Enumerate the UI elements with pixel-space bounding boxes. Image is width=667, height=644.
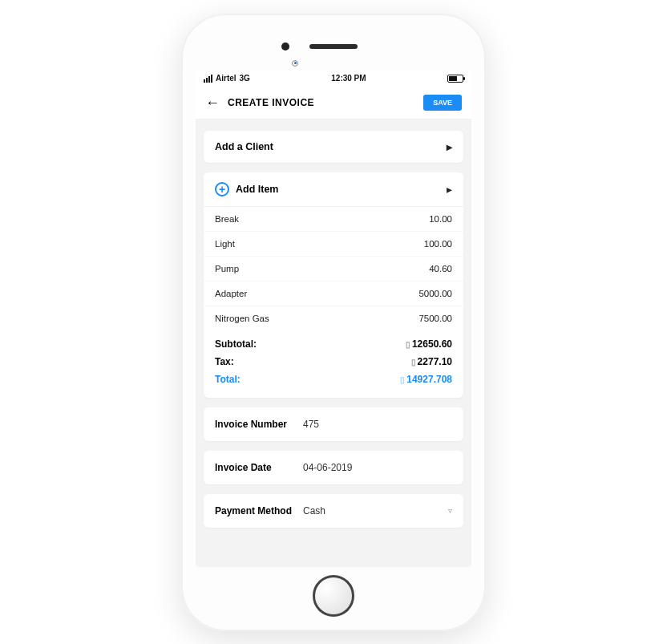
item-name: Adapter <box>215 289 247 298</box>
invoice-date-value: 04-06-2019 <box>303 462 452 473</box>
items-card: + Add Item ▸ Break10.00Light100.00Pump40… <box>204 172 463 398</box>
item-name: Light <box>215 239 235 249</box>
subtotal-label: Subtotal: <box>215 338 257 350</box>
add-client-label: Add a Client <box>215 141 273 152</box>
earpiece <box>309 44 358 49</box>
item-row[interactable]: Light100.00 <box>204 232 463 257</box>
payment-method-label: Payment Method <box>215 505 303 516</box>
tax-value: ▯2277.10 <box>411 356 452 367</box>
total-label: Total: <box>215 374 241 385</box>
app-header: ← CREATE INVOICE SAVE <box>196 87 471 119</box>
battery-icon <box>447 75 463 83</box>
chevron-right-icon: ▸ <box>447 183 452 196</box>
plus-icon: + <box>215 182 229 196</box>
sensor-dot <box>292 60 298 67</box>
status-bar: Airtel 3G 12:30 PM <box>196 70 471 87</box>
add-client-card[interactable]: Add a Client ▸ <box>204 131 463 163</box>
item-price: 10.00 <box>429 214 452 224</box>
item-price: 40.60 <box>429 264 452 273</box>
screen: Airtel 3G 12:30 PM ← CREATE INVOICE SAVE… <box>196 70 471 567</box>
item-row[interactable]: Adapter5000.00 <box>204 281 463 306</box>
signal-icon <box>204 75 212 83</box>
content-scroll[interactable]: Add a Client ▸ + Add Item ▸ Break10.00Li… <box>196 119 471 567</box>
network-label: 3G <box>240 74 250 83</box>
camera-dot <box>281 43 289 51</box>
item-row[interactable]: Nitrogen Gas7500.00 <box>204 306 463 330</box>
invoice-date-card[interactable]: Invoice Date 04-06-2019 <box>204 451 463 484</box>
tax-label: Tax: <box>215 356 234 367</box>
carrier-label: Airtel <box>216 74 236 83</box>
item-price: 5000.00 <box>418 289 452 298</box>
chevron-right-icon: ▸ <box>447 140 452 153</box>
add-item-row[interactable]: + Add Item ▸ <box>204 172 463 207</box>
invoice-number-card[interactable]: Invoice Number 475 <box>204 407 463 441</box>
payment-method-value: Cash <box>303 505 448 516</box>
item-row[interactable]: Break10.00 <box>204 207 463 232</box>
payment-method-card[interactable]: Payment Method Cash ▿ <box>204 494 463 528</box>
item-name: Pump <box>215 264 239 273</box>
subtotal-value: ▯12650.60 <box>406 338 452 350</box>
home-button[interactable] <box>313 575 354 617</box>
invoice-number-value: 475 <box>303 419 452 430</box>
save-button[interactable]: SAVE <box>423 95 462 111</box>
phone-frame: Airtel 3G 12:30 PM ← CREATE INVOICE SAVE… <box>181 14 486 631</box>
invoice-number-label: Invoice Number <box>215 419 303 430</box>
back-icon[interactable]: ← <box>205 95 220 111</box>
invoice-date-label: Invoice Date <box>215 462 303 473</box>
item-price: 7500.00 <box>418 314 452 323</box>
add-item-label: Add Item <box>236 184 447 195</box>
page-title: CREATE INVOICE <box>228 97 415 108</box>
total-value: ▯14927.708 <box>400 374 452 385</box>
item-price: 100.00 <box>424 239 452 249</box>
clock: 12:30 PM <box>331 74 366 83</box>
item-name: Nitrogen Gas <box>215 314 269 323</box>
item-name: Break <box>215 214 239 224</box>
item-row[interactable]: Pump40.60 <box>204 257 463 281</box>
chevron-down-icon: ▿ <box>448 506 452 515</box>
